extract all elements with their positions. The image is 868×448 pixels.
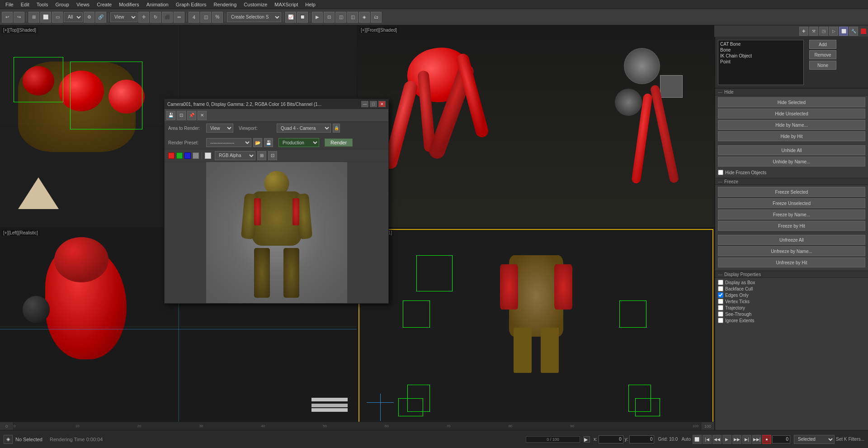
edges-only-checkbox[interactable]: [718, 292, 723, 298]
add-filter-btn[interactable]: Add: [809, 40, 836, 49]
channel-red[interactable]: [168, 153, 175, 159]
menu-create[interactable]: Create: [93, 0, 115, 9]
render-frame-btn[interactable]: ⊡: [324, 12, 335, 23]
display-as-box-checkbox[interactable]: [718, 280, 723, 285]
channel-single-btn[interactable]: ⊡: [268, 151, 277, 160]
link-btn[interactable]: 🔗: [95, 12, 106, 23]
filter-item-bone[interactable]: Bone: [719, 47, 802, 53]
key-mode-btn[interactable]: ⬜: [693, 435, 702, 444]
menu-graph-editors[interactable]: Graph Editors: [172, 0, 210, 9]
render-button[interactable]: Render: [325, 138, 353, 147]
rect-select-btn[interactable]: ▭: [52, 12, 63, 23]
preset-save-btn[interactable]: 💾: [264, 138, 273, 147]
hide-selected-btn[interactable]: Hide Selected: [718, 97, 865, 107]
filter-item-ikchain[interactable]: IK Chain Object: [719, 53, 802, 59]
preset-load-btn[interactable]: 📂: [253, 138, 262, 147]
utilities-tab-icon[interactable]: 🔧: [849, 27, 858, 36]
menu-tools[interactable]: Tools: [33, 0, 52, 9]
menu-maxscript[interactable]: MAXScript: [271, 0, 302, 9]
next-key-btn[interactable]: ▶▶: [732, 435, 741, 444]
record-btn[interactable]: ●: [762, 435, 771, 444]
dialog-maximize-btn[interactable]: □: [370, 101, 377, 107]
render-explorer-btn[interactable]: 🗂: [371, 12, 382, 23]
dialog-close-btn[interactable]: ✕: [378, 101, 386, 107]
unfreeze-by-hit-btn[interactable]: Unfreeze by Hit: [718, 257, 865, 267]
hide-unselected-btn[interactable]: Hide Unselected: [718, 109, 865, 119]
unhide-all-btn[interactable]: Unhide All: [718, 145, 865, 155]
render-save-btn[interactable]: 💾: [166, 111, 175, 120]
menu-views[interactable]: Views: [73, 0, 93, 9]
freeze-selected-btn[interactable]: Freeze Selected: [718, 187, 865, 197]
see-through-checkbox[interactable]: [718, 311, 723, 317]
select-obj-btn[interactable]: ⊞: [28, 12, 39, 23]
none-filter-btn[interactable]: None: [809, 61, 836, 70]
menu-rendering[interactable]: Rendering: [210, 0, 241, 9]
motion-tab-icon[interactable]: ▷: [829, 27, 838, 36]
menu-customize[interactable]: Customize: [240, 0, 271, 9]
channel-green[interactable]: [176, 153, 183, 159]
channel-white[interactable]: [205, 153, 211, 159]
play-btn[interactable]: ▶: [722, 435, 731, 444]
unfreeze-by-name-btn[interactable]: Unfreeze by Name...: [718, 246, 865, 256]
remove-filter-btn[interactable]: Remove: [809, 50, 836, 59]
menu-animation[interactable]: Animation: [143, 0, 172, 9]
curve-editor-btn[interactable]: 📈: [285, 12, 296, 23]
next-frame-btn[interactable]: ▶|: [742, 435, 751, 444]
filter-dropdown[interactable]: All: [64, 12, 83, 22]
material-editor-btn[interactable]: ◈: [359, 12, 370, 23]
viewport-lock-btn[interactable]: 🔒: [333, 124, 340, 133]
render-clear-btn[interactable]: ✕: [198, 111, 207, 120]
coord-x-input[interactable]: [599, 435, 623, 443]
percent-btn[interactable]: %: [212, 12, 223, 23]
menu-modifiers[interactable]: Modifiers: [115, 0, 143, 9]
select-name-btn[interactable]: ⬜: [40, 12, 51, 23]
mirror-btn[interactable]: ⇔: [174, 12, 184, 23]
menu-help[interactable]: Help: [302, 0, 319, 9]
modify-tab-icon[interactable]: ⚒: [809, 27, 818, 36]
redo-btn[interactable]: ↪: [14, 12, 24, 23]
viewport-dropdown[interactable]: Quad 4 - Camera: [277, 124, 331, 133]
trajectory-checkbox[interactable]: [718, 305, 723, 310]
timeline-track[interactable]: 0 10 20 30 40 50 60 70 80 90 100: [14, 422, 701, 430]
menu-edit[interactable]: Edit: [17, 0, 33, 9]
freeze-by-name-btn[interactable]: Freeze by Name...: [718, 210, 865, 219]
hide-frozen-checkbox[interactable]: [718, 170, 723, 175]
frame-input[interactable]: [772, 435, 790, 443]
rotate-btn[interactable]: ↻: [150, 12, 161, 23]
menu-group[interactable]: Group: [52, 0, 73, 9]
channel-mono[interactable]: [193, 153, 199, 159]
render-window-btn[interactable]: ◫: [335, 12, 346, 23]
selected-dropdown[interactable]: Selected: [794, 435, 835, 444]
vertex-ticks-checkbox[interactable]: [718, 299, 723, 304]
freeze-unselected-btn[interactable]: Freeze Unselected: [718, 198, 865, 208]
hide-by-name-btn[interactable]: Hide by Name...: [718, 120, 865, 130]
hide-by-hit-btn[interactable]: Hide by Hit: [718, 131, 865, 141]
num-4[interactable]: 4: [189, 12, 199, 23]
move-btn[interactable]: ✛: [138, 12, 149, 23]
filter-item-point[interactable]: Point: [719, 59, 802, 65]
selection-set-dropdown[interactable]: Create Selection S: [227, 12, 281, 22]
filter-item-catbone[interactable]: CAT Bone: [719, 41, 802, 47]
create-tab-icon[interactable]: ✚: [799, 27, 808, 36]
viewport-top-right[interactable]: [+][Front][Shaded]: [358, 25, 714, 227]
view-dropdown[interactable]: View: [110, 12, 137, 22]
render-btn[interactable]: ▶: [312, 12, 323, 23]
unhide-by-name-btn[interactable]: Unhide by Name...: [718, 157, 865, 167]
display-tab-icon[interactable]: ⬜: [839, 27, 848, 36]
freeze-by-hit-btn[interactable]: Freeze by Hit: [718, 221, 865, 231]
area-render-dropdown[interactable]: View: [206, 124, 233, 133]
preset-dropdown[interactable]: ----------------: [206, 138, 251, 147]
viewport-bot-right[interactable]: [+][Camera001]: [358, 228, 714, 430]
active-shade-btn[interactable]: ◫: [347, 12, 358, 23]
prev-key-btn[interactable]: ◀◀: [712, 435, 722, 444]
progress-stop-btn[interactable]: ▶: [584, 436, 590, 443]
schematic-btn[interactable]: 🔲: [297, 12, 308, 23]
render-clone-btn[interactable]: ⊡: [177, 111, 186, 120]
hierarchy-tab-icon[interactable]: ◳: [819, 27, 828, 36]
scale-btn[interactable]: ⬛: [162, 12, 173, 23]
filter-list-box[interactable]: CAT Bone Bone IK Chain Object Point: [718, 40, 804, 85]
unfreeze-all-btn[interactable]: Unfreeze All: [718, 235, 865, 245]
undo-btn[interactable]: ↩: [2, 12, 13, 23]
menu-file[interactable]: File: [2, 0, 17, 9]
prev-frame-btn[interactable]: |◀: [703, 435, 712, 444]
